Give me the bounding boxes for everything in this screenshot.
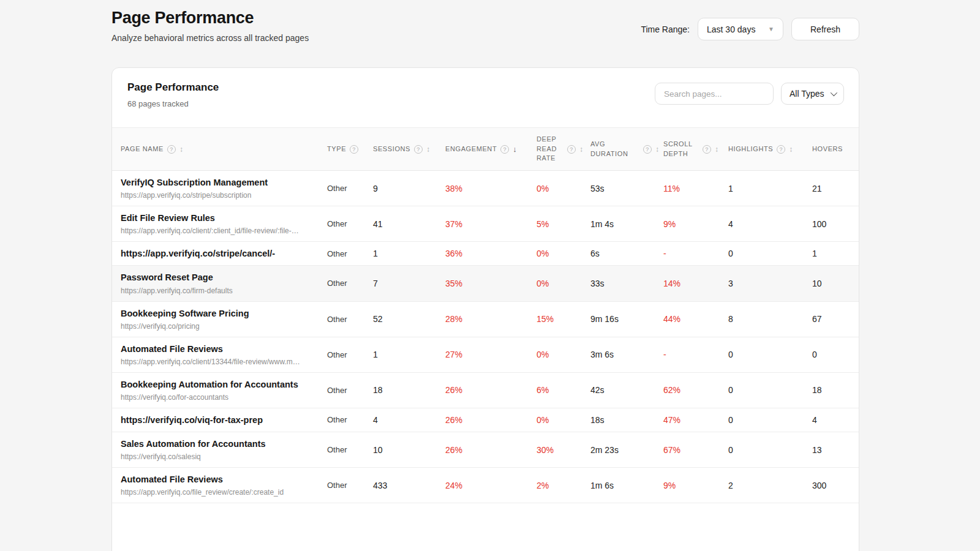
scroll-depth-cell: 11%	[663, 171, 728, 206]
hovers-cell: 67	[812, 301, 859, 337]
deep-read-rate-cell: 0%	[537, 408, 590, 432]
hovers-cell: 21	[812, 171, 859, 206]
page-name: https://verifyiq.co/viq-for-tax-prep	[121, 414, 325, 425]
scroll-depth-cell: 67%	[663, 432, 728, 468]
highlights-cell: 0	[728, 337, 812, 372]
column-header-engagement[interactable]: ENGAGEMENT ? ↓	[445, 128, 537, 171]
engagement-cell: 38%	[445, 171, 537, 206]
scroll-depth-cell: 44%	[663, 301, 728, 337]
sort-icon[interactable]: ↕	[179, 145, 184, 154]
type-cell: Other	[327, 171, 373, 206]
page-name: Edit File Review Rules	[121, 212, 325, 223]
sessions-cell: 433	[373, 468, 445, 503]
highlights-cell: 0	[728, 242, 812, 266]
column-header-hovers[interactable]: HOVERS	[812, 128, 859, 171]
hovers-cell: 13	[812, 432, 859, 468]
table-row[interactable]: https://app.verifyiq.co/stripe/cancel/- …	[112, 242, 859, 266]
help-icon[interactable]: ?	[350, 145, 358, 154]
page-url: https://verifyiq.co/pricing	[121, 322, 325, 331]
table-row[interactable]: Password Reset Page https://app.verifyiq…	[112, 266, 859, 301]
page-url: https://verifyiq.co/for-accountants	[121, 393, 325, 402]
refresh-button[interactable]: Refresh	[791, 18, 859, 40]
column-header-sessions[interactable]: SESSIONS ? ↕	[373, 128, 445, 171]
avg-duration-cell: 18s	[590, 408, 663, 432]
time-range-label: Time Range:	[641, 24, 690, 34]
page-header: Page Performance Analyze behavioral metr…	[111, 9, 859, 43]
highlights-cell: 0	[728, 372, 812, 408]
type-filter-select[interactable]: All Types	[781, 83, 844, 105]
help-icon[interactable]: ?	[703, 145, 711, 154]
page-name-cell: Bookkeeping Software Pricing https://ver…	[112, 301, 327, 337]
page-url: https://app.verifyiq.co/client/13344/fil…	[121, 358, 325, 366]
avg-duration-cell: 53s	[590, 171, 663, 206]
table-row[interactable]: VerifyIQ Subscription Management https:/…	[112, 171, 859, 206]
highlights-cell: 0	[728, 432, 812, 468]
sort-icon[interactable]: ↕	[579, 145, 584, 154]
hovers-cell: 300	[812, 468, 859, 503]
page-name: https://app.verifyiq.co/stripe/cancel/-	[121, 248, 325, 259]
hovers-cell: 100	[812, 206, 859, 242]
deep-read-rate-cell: 0%	[537, 337, 590, 372]
deep-read-rate-cell: 5%	[537, 206, 590, 242]
page-name: Bookkeeping Automation for Accountants	[121, 379, 325, 390]
column-header-deep-read-rate[interactable]: DEEP READ RATE ? ↕	[537, 128, 590, 171]
sort-icon[interactable]: ↕	[426, 145, 431, 154]
scroll-depth-cell: 14%	[663, 266, 728, 301]
table-row[interactable]: https://verifyiq.co/viq-for-tax-prep Oth…	[112, 408, 859, 432]
help-icon[interactable]: ?	[567, 145, 576, 154]
page-name-cell: Password Reset Page https://app.verifyiq…	[112, 266, 327, 301]
type-filter-value: All Types	[790, 89, 824, 99]
column-header-avg-duration[interactable]: AVG DURATION ? ↕	[590, 128, 663, 171]
column-header-scroll-depth[interactable]: SCROLL DEPTH ? ↕	[663, 128, 728, 171]
sessions-cell: 18	[373, 372, 445, 408]
highlights-cell: 3	[728, 266, 812, 301]
sort-icon[interactable]: ↕	[789, 145, 793, 154]
engagement-cell: 35%	[445, 266, 537, 301]
time-range-select[interactable]: Last 30 days ▼	[698, 18, 783, 40]
search-input[interactable]	[655, 83, 774, 105]
avg-duration-cell: 1m 6s	[590, 468, 663, 503]
engagement-cell: 36%	[445, 242, 537, 266]
type-cell: Other	[327, 372, 373, 408]
help-icon[interactable]: ?	[643, 145, 652, 154]
table-row[interactable]: Bookkeeping Software Pricing https://ver…	[112, 301, 859, 337]
page-url: https://app.verifyiq.co/stripe/subscript…	[121, 191, 325, 200]
sort-desc-icon[interactable]: ↓	[513, 144, 517, 154]
page-name-cell: Automated File Reviews https://app.verif…	[112, 337, 327, 372]
hovers-cell: 4	[812, 408, 859, 432]
sessions-cell: 7	[373, 266, 445, 301]
sort-icon[interactable]: ↕	[655, 145, 660, 154]
column-header-page-name[interactable]: PAGE NAME ? ↕	[112, 128, 327, 171]
hovers-cell: 1	[812, 242, 859, 266]
column-header-highlights[interactable]: HIGHLIGHTS ? ↕	[728, 128, 812, 171]
time-range-value: Last 30 days	[707, 24, 755, 34]
refresh-label: Refresh	[810, 24, 840, 34]
deep-read-rate-cell: 0%	[537, 266, 590, 301]
table-row[interactable]: Sales Automation for Accountants https:/…	[112, 432, 859, 468]
page-url: https://app.verifyiq.co/file_review/crea…	[121, 488, 325, 497]
sort-icon[interactable]: ↕	[715, 145, 719, 154]
avg-duration-cell: 2m 23s	[590, 432, 663, 468]
help-icon[interactable]: ?	[500, 145, 509, 154]
table-row[interactable]: Edit File Review Rules https://app.verif…	[112, 206, 859, 242]
pages-tracked-count: 68 pages tracked	[127, 99, 219, 108]
sessions-cell: 4	[373, 408, 445, 432]
column-header-type[interactable]: TYPE ?	[327, 128, 373, 171]
card-title: Page Performance	[127, 81, 219, 94]
deep-read-rate-cell: 2%	[537, 468, 590, 503]
hovers-cell: 10	[812, 266, 859, 301]
highlights-cell: 1	[728, 171, 812, 206]
sessions-cell: 1	[373, 242, 445, 266]
help-icon[interactable]: ?	[414, 145, 423, 154]
help-icon[interactable]: ?	[777, 145, 785, 154]
avg-duration-cell: 33s	[590, 266, 663, 301]
sessions-cell: 9	[373, 171, 445, 206]
table-row[interactable]: Automated File Reviews https://app.verif…	[112, 337, 859, 372]
table-row[interactable]: Bookkeeping Automation for Accountants h…	[112, 372, 859, 408]
help-icon[interactable]: ?	[167, 145, 176, 154]
type-cell: Other	[327, 266, 373, 301]
table-row[interactable]: Automated File Reviews https://app.verif…	[112, 468, 859, 503]
page-name-cell: Edit File Review Rules https://app.verif…	[112, 206, 327, 242]
page-name-cell: https://verifyiq.co/viq-for-tax-prep	[112, 408, 327, 432]
avg-duration-cell: 42s	[590, 372, 663, 408]
